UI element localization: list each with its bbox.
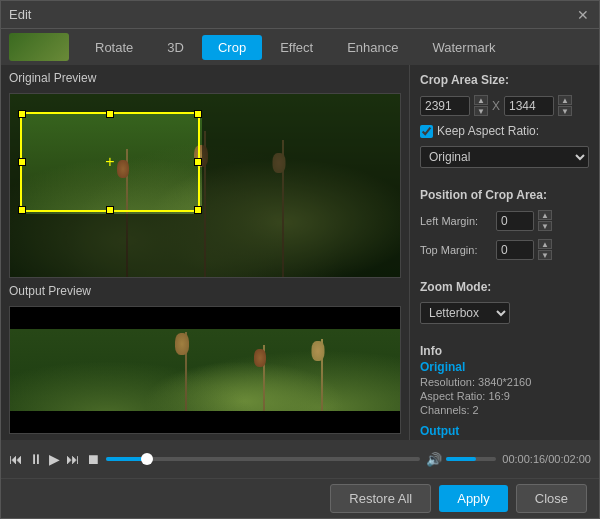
crop-crosshair: + — [105, 153, 114, 171]
left-margin-label: Left Margin: — [420, 215, 492, 227]
keep-aspect-label: Keep Aspect Ratio: — [437, 124, 539, 138]
volume-icon[interactable]: 🔊 — [426, 452, 442, 467]
original-preview: + — [9, 93, 401, 278]
progress-bar[interactable] — [106, 457, 420, 461]
tab-3d[interactable]: 3D — [151, 35, 200, 60]
lm-down[interactable]: ▼ — [538, 221, 552, 231]
window-title: Edit — [9, 7, 575, 22]
rewind-button[interactable]: ⏮ — [9, 451, 23, 467]
left-margin-spinner[interactable]: ▲ ▼ — [538, 210, 552, 231]
tm-down[interactable]: ▼ — [538, 250, 552, 260]
top-margin-label: Top Margin: — [420, 244, 492, 256]
zoom-select[interactable]: Letterbox — [420, 302, 510, 324]
edit-window: Edit ✕ Rotate 3D Crop Effect Enhance Wat… — [0, 0, 600, 519]
crop-handle-tl[interactable] — [18, 110, 26, 118]
top-margin-row: Top Margin: ▲ ▼ — [420, 239, 589, 260]
tab-bar: Rotate 3D Crop Effect Enhance Watermark — [1, 29, 599, 65]
crop-size-row: ▲ ▼ X ▲ ▼ — [420, 95, 589, 116]
left-margin-input[interactable] — [496, 211, 534, 231]
bottom-bar: Restore All Apply Close — [1, 478, 599, 518]
output-info-section: Output Resolution: 160*120 Left/Right Ey… — [420, 424, 589, 440]
skip-button[interactable]: ⏭ — [66, 451, 80, 467]
crop-handle-lm[interactable] — [18, 158, 26, 166]
keep-aspect-row: Keep Aspect Ratio: — [420, 124, 589, 138]
original-resolution: Resolution: 3840*2160 — [420, 376, 589, 388]
zoom-mode-label: Zoom Mode: — [420, 280, 589, 294]
tab-rotate[interactable]: Rotate — [79, 35, 149, 60]
tab-enhance[interactable]: Enhance — [331, 35, 414, 60]
crop-height-input[interactable] — [504, 96, 554, 116]
crop-handle-tr[interactable] — [194, 110, 202, 118]
lm-up[interactable]: ▲ — [538, 210, 552, 220]
keep-aspect-checkbox[interactable] — [420, 125, 433, 138]
playback-bar: ⏮ ⏸ ▶ ⏭ ⏹ 🔊 00:00:16/00:02:00 — [1, 440, 599, 478]
output-color-label: Output — [420, 424, 589, 438]
width-spinner[interactable]: ▲ ▼ — [474, 95, 488, 116]
volume-container: 🔊 — [426, 452, 496, 467]
content-area: Original Preview — [1, 65, 599, 440]
top-margin-spinner[interactable]: ▲ ▼ — [538, 239, 552, 260]
pause-button[interactable]: ⏸ — [29, 451, 43, 467]
restore-all-button[interactable]: Restore All — [330, 484, 431, 513]
right-panel: Crop Area Size: ▲ ▼ X ▲ ▼ Keep Aspect Ra… — [409, 65, 599, 440]
close-button[interactable]: Close — [516, 484, 587, 513]
volume-fill — [446, 457, 476, 461]
tm-up[interactable]: ▲ — [538, 239, 552, 249]
stop-button[interactable]: ⏹ — [86, 451, 100, 467]
video-thumbnail — [9, 33, 69, 61]
original-aspect: Aspect Ratio: 16:9 — [420, 390, 589, 402]
progress-thumb[interactable] — [141, 453, 153, 465]
crop-box[interactable]: + — [20, 112, 200, 212]
width-down-arrow[interactable]: ▼ — [474, 106, 488, 116]
height-spinner[interactable]: ▲ ▼ — [558, 95, 572, 116]
info-section: Info Original Resolution: 3840*2160 Aspe… — [420, 344, 589, 416]
crop-handle-bl[interactable] — [18, 206, 26, 214]
crop-handle-rm[interactable] — [194, 158, 202, 166]
left-margin-row: Left Margin: ▲ ▼ — [420, 210, 589, 231]
volume-bar[interactable] — [446, 457, 496, 461]
crop-handle-br[interactable] — [194, 206, 202, 214]
left-panel: Original Preview — [1, 65, 409, 440]
tab-crop[interactable]: Crop — [202, 35, 262, 60]
original-channels: Channels: 2 — [420, 404, 589, 416]
tab-watermark[interactable]: Watermark — [416, 35, 511, 60]
info-label: Info — [420, 344, 589, 358]
play-button[interactable]: ▶ — [49, 451, 60, 467]
position-label: Position of Crop Area: — [420, 188, 589, 202]
crop-handle-tm[interactable] — [106, 110, 114, 118]
crop-width-input[interactable] — [420, 96, 470, 116]
output-preview-label: Output Preview — [9, 284, 401, 298]
tab-effect[interactable]: Effect — [264, 35, 329, 60]
width-up-arrow[interactable]: ▲ — [474, 95, 488, 105]
original-color-label: Original — [420, 360, 589, 374]
crop-area-size-label: Crop Area Size: — [420, 73, 589, 87]
x-separator: X — [492, 99, 500, 113]
time-display: 00:00:16/00:02:00 — [502, 453, 591, 465]
apply-button[interactable]: Apply — [439, 485, 508, 512]
title-bar: Edit ✕ — [1, 1, 599, 29]
top-margin-input[interactable] — [496, 240, 534, 260]
height-down-arrow[interactable]: ▼ — [558, 106, 572, 116]
output-preview — [9, 306, 401, 434]
crop-handle-bm[interactable] — [106, 206, 114, 214]
aspect-select[interactable]: Original — [420, 146, 589, 168]
original-preview-label: Original Preview — [9, 71, 401, 85]
height-up-arrow[interactable]: ▲ — [558, 95, 572, 105]
close-icon[interactable]: ✕ — [575, 7, 591, 23]
